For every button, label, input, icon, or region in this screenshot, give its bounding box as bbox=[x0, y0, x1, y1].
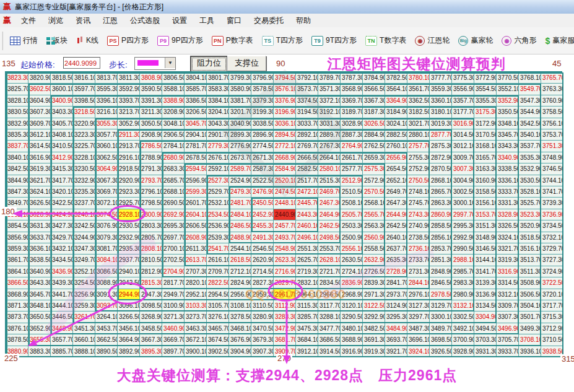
grid-cell[interactable]: 2776.90 bbox=[229, 141, 251, 152]
grid-cell[interactable]: 3734.50 bbox=[541, 220, 563, 232]
grid-cell[interactable]: 3508.90 bbox=[519, 277, 541, 289]
grid-cell[interactable]: 2462.50 bbox=[318, 220, 341, 232]
grid-cell[interactable]: 3496.90 bbox=[497, 323, 519, 334]
grid-cell[interactable]: 3676.90 bbox=[229, 334, 251, 346]
grid-cell[interactable]: 3280.90 bbox=[251, 311, 274, 323]
grid-cell[interactable]: 3566.50 bbox=[363, 84, 385, 95]
grid-cell[interactable]: 3825.70 bbox=[6, 84, 28, 95]
grid-cell[interactable]: 3638.50 bbox=[28, 255, 51, 266]
grid-cell[interactable]: 3504.10 bbox=[519, 300, 541, 311]
grid-cell[interactable]: 3076.90 bbox=[95, 220, 118, 232]
grid-cell[interactable]: 2805.70 bbox=[140, 232, 162, 243]
grid-cell[interactable]: 2880.10 bbox=[407, 129, 430, 141]
grid-cell[interactable]: 2500.90 bbox=[341, 232, 363, 243]
grid-cell[interactable]: 3374.50 bbox=[296, 95, 318, 107]
grid-cell[interactable]: 3484.90 bbox=[385, 323, 407, 334]
grid-cell[interactable]: 3463.30 bbox=[185, 323, 207, 334]
grid-cell[interactable]: 2625.70 bbox=[296, 255, 318, 266]
grid-cell[interactable]: 3669.70 bbox=[162, 334, 185, 346]
grid-cell[interactable]: 3381.70 bbox=[229, 95, 251, 107]
grid-cell[interactable]: 3739.30 bbox=[541, 198, 563, 209]
grid-cell[interactable]: 3220.90 bbox=[73, 118, 95, 129]
grid-cell[interactable]: 3264.10 bbox=[95, 311, 118, 323]
grid-cell[interactable]: 2666.50 bbox=[296, 152, 318, 163]
grid-cell[interactable]: 2443.30 bbox=[296, 209, 318, 220]
grid-cell[interactable]: 2702.50 bbox=[162, 255, 185, 266]
grid-cell[interactable]: 2664.10 bbox=[318, 152, 341, 163]
grid-cell[interactable]: 2589.70 bbox=[229, 163, 251, 175]
grid-cell[interactable]: 2464.90 bbox=[318, 209, 341, 220]
grid-cell[interactable]: 3124.90 bbox=[385, 300, 407, 311]
grid-cell[interactable]: 2652.10 bbox=[385, 175, 407, 186]
grid-cell[interactable]: 3657.70 bbox=[51, 334, 73, 346]
grid-cell[interactable]: 2906.50 bbox=[162, 129, 185, 141]
grid-cell[interactable]: 2695.30 bbox=[162, 220, 185, 232]
grid-cell[interactable]: 3367.30 bbox=[363, 95, 385, 107]
grid-cell[interactable]: 3648.10 bbox=[28, 300, 51, 311]
grid-cell[interactable]: 3928.90 bbox=[452, 346, 474, 357]
grid-cell[interactable]: 3482.50 bbox=[363, 323, 385, 334]
grid-cell[interactable]: 3554.50 bbox=[474, 84, 497, 95]
grid-cell[interactable]: 3170.50 bbox=[474, 129, 497, 141]
grid-cell[interactable]: 2469.70 bbox=[318, 186, 341, 198]
grid-cell[interactable]: 2484.10 bbox=[229, 209, 251, 220]
grid-cell[interactable]: 2839.30 bbox=[363, 277, 385, 289]
grid-cell[interactable]: 3388.90 bbox=[162, 95, 185, 107]
grid-cell[interactable]: 2812.90 bbox=[140, 266, 162, 277]
grid-cell[interactable]: 2515.30 bbox=[318, 175, 341, 186]
grid-cell[interactable]: 3252.10 bbox=[73, 266, 95, 277]
grid-cell[interactable]: 3081.70 bbox=[95, 243, 118, 255]
grid-cell[interactable]: 2925.70 bbox=[118, 198, 140, 209]
grid-cell[interactable]: 3192.10 bbox=[318, 107, 341, 118]
grid-cell[interactable]: 2798.50 bbox=[140, 198, 162, 209]
grid-cell[interactable]: 3057.70 bbox=[95, 129, 118, 141]
grid-cell[interactable]: 2572.90 bbox=[363, 175, 385, 186]
grid-cell[interactable]: 2875.30 bbox=[430, 141, 452, 152]
grid-cell[interactable]: 3096.10 bbox=[118, 300, 140, 311]
grid-cell[interactable]: 2937.70 bbox=[118, 255, 140, 266]
grid-cell[interactable]: 3816.10 bbox=[73, 72, 95, 84]
grid-cell[interactable]: 3146.50 bbox=[474, 243, 497, 255]
grid-cell[interactable]: 3429.70 bbox=[51, 232, 73, 243]
grid-cell[interactable]: 3453.70 bbox=[95, 323, 118, 334]
grid-cell[interactable]: 2736.10 bbox=[407, 243, 430, 255]
grid-cell[interactable]: 2916.10 bbox=[118, 152, 140, 163]
grid-cell[interactable]: 2697.70 bbox=[162, 232, 185, 243]
grid-cell[interactable]: 2752.90 bbox=[407, 163, 430, 175]
grid-cell[interactable]: 2558.50 bbox=[363, 243, 385, 255]
grid-cell[interactable]: 2587.30 bbox=[251, 163, 274, 175]
grid-cell[interactable]: 3021.70 bbox=[407, 118, 430, 129]
grid-cell[interactable]: 3933.70 bbox=[497, 346, 519, 357]
grid-cell[interactable]: 3009.70 bbox=[452, 152, 474, 163]
menu-item-窗口[interactable]: 窗口 bbox=[220, 16, 248, 25]
grid-cell[interactable]: 2659.30 bbox=[363, 152, 385, 163]
grid-cell[interactable]: 3182.50 bbox=[407, 107, 430, 118]
grid-cell[interactable]: 3832.90 bbox=[6, 118, 28, 129]
grid-cell[interactable]: 3321.70 bbox=[497, 243, 519, 255]
grid-cell[interactable]: 3578.50 bbox=[251, 84, 274, 95]
grid-cell[interactable]: 3609.70 bbox=[28, 118, 51, 129]
grid-cell[interactable]: 3384.10 bbox=[207, 95, 229, 107]
grid-cell[interactable]: 3064.90 bbox=[95, 163, 118, 175]
grid-cell[interactable]: 3050.50 bbox=[140, 118, 162, 129]
grid-cell[interactable]: 3487.30 bbox=[407, 323, 430, 334]
grid-cell[interactable]: 3631.30 bbox=[28, 220, 51, 232]
grid-cell[interactable]: 3127.30 bbox=[407, 300, 430, 311]
grid-cell[interactable]: 2760.10 bbox=[385, 141, 407, 152]
grid-cell[interactable]: 3376.90 bbox=[274, 95, 296, 107]
grid-cell[interactable]: 3480.10 bbox=[341, 323, 363, 334]
grid-cell[interactable]: 3302.50 bbox=[452, 311, 474, 323]
grid-cell[interactable]: 3177.70 bbox=[452, 107, 474, 118]
grid-cell[interactable]: 2649.70 bbox=[385, 186, 407, 198]
grid-cell[interactable]: 2594.50 bbox=[185, 163, 207, 175]
grid-cell[interactable]: 2757.70 bbox=[407, 141, 430, 152]
grid-cell[interactable]: 3240.10 bbox=[73, 209, 95, 220]
grid-cell[interactable]: 2892.10 bbox=[296, 129, 318, 141]
grid-cell[interactable]: 2618.50 bbox=[229, 255, 251, 266]
grid-cell[interactable]: 3736.90 bbox=[541, 209, 563, 220]
grid-cell[interactable]: 3698.50 bbox=[430, 334, 452, 346]
grid-cell[interactable]: 2841.70 bbox=[385, 277, 407, 289]
grid-cell[interactable]: 2661.70 bbox=[341, 152, 363, 163]
grid-cell[interactable]: 2445.70 bbox=[296, 198, 318, 209]
grid-cell[interactable]: 2640.10 bbox=[385, 232, 407, 243]
